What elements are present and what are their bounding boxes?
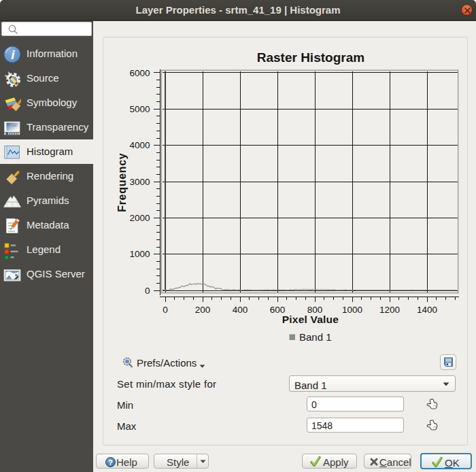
- svg-text:i: i: [11, 48, 15, 62]
- svg-text:?: ?: [108, 458, 113, 466]
